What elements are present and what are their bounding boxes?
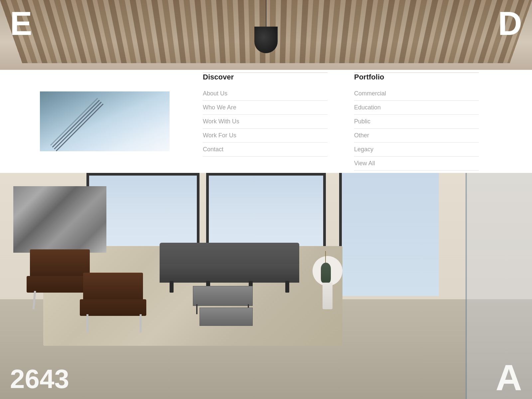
header-letter-d: D <box>498 7 522 40</box>
portfolio-column: Portfolio Commercial Education Public Ot… <box>341 66 492 177</box>
chair-2 <box>80 273 153 332</box>
middle-section: Discover About Us Who We Are Work With U… <box>0 70 532 173</box>
portfolio-title: Portfolio <box>354 73 479 81</box>
footer-number: 2643 <box>10 366 69 392</box>
thumbnail-image <box>40 91 170 151</box>
discover-title: Discover <box>203 73 328 81</box>
window-right <box>339 173 439 296</box>
nav-education[interactable]: Education <box>354 101 479 115</box>
vase <box>319 256 332 283</box>
nav-work-with-us[interactable]: Work With Us <box>203 115 328 129</box>
nav-view-all[interactable]: View All <box>354 157 479 171</box>
nav-legacy[interactable]: Legacy <box>354 143 479 157</box>
coffee-table <box>193 286 266 326</box>
nav-about-us[interactable]: About Us <box>203 87 328 101</box>
nav-contact[interactable]: Contact <box>203 143 328 157</box>
discover-column: Discover About Us Who We Are Work With U… <box>190 66 341 177</box>
nav-other[interactable]: Other <box>354 129 479 143</box>
footer-letter-a: A <box>496 359 522 396</box>
painting <box>13 186 106 253</box>
nav-who-we-are[interactable]: Who We Are <box>203 101 328 115</box>
nav-work-for-us[interactable]: Work For Us <box>203 129 328 143</box>
header-letter-e: E <box>10 7 32 40</box>
nav-commercial[interactable]: Commercial <box>354 87 479 101</box>
bottom-hero-image: 2643 A <box>0 173 532 399</box>
navigation-area: Discover About Us Who We Are Work With U… <box>190 66 492 177</box>
nav-public[interactable]: Public <box>354 115 479 129</box>
top-hero-image: E D <box>0 0 532 70</box>
sofa-main <box>160 239 299 293</box>
